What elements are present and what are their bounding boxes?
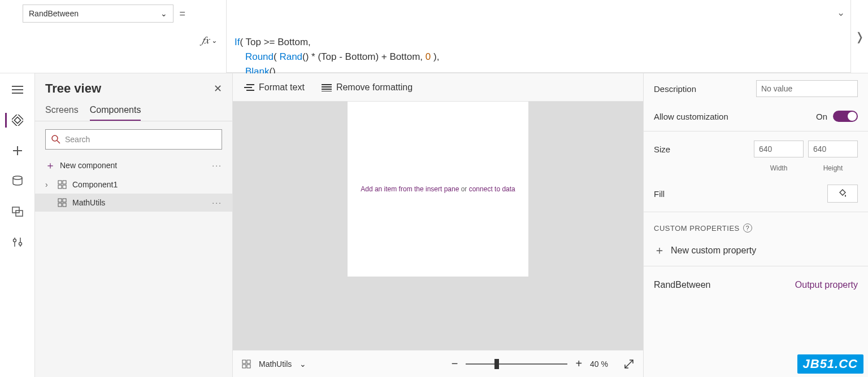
svg-point-14 <box>52 135 58 141</box>
tab-components[interactable]: Components <box>90 100 141 121</box>
component-canvas[interactable]: Add an item from the insert pane or conn… <box>348 102 528 277</box>
component-icon <box>242 360 251 369</box>
svg-rect-34 <box>247 365 250 368</box>
svg-line-35 <box>625 360 633 368</box>
fx-button[interactable]: 𝑓𝑥 ⌄ <box>192 0 226 73</box>
format-text-label: Format text <box>259 82 305 93</box>
info-icon[interactable]: ? <box>743 223 752 233</box>
insert-rail-icon[interactable] <box>6 143 29 158</box>
property-selector[interactable]: RandBetween ⌄ <box>23 5 173 23</box>
svg-rect-33 <box>242 365 246 368</box>
search-icon <box>51 135 60 144</box>
fx-label-text: 𝑓𝑥 <box>202 34 209 46</box>
remove-formatting-icon <box>322 84 332 91</box>
hamburger-icon[interactable] <box>6 82 29 97</box>
plus-icon: ＋ <box>45 159 55 172</box>
component-icon <box>58 198 67 207</box>
chevron-down-icon: ⌄ <box>211 37 217 45</box>
formula-next-arrow[interactable]: ❭ <box>851 0 868 73</box>
new-component-label: New component <box>60 161 117 170</box>
svg-rect-21 <box>63 199 66 202</box>
fill-label: Fill <box>654 189 665 199</box>
tree-view-title: Tree view <box>45 81 101 96</box>
allow-customization-toggle[interactable] <box>833 111 858 122</box>
canvas-area: Format text Remove formatting Add an ite… <box>233 73 643 377</box>
search-input[interactable]: Search <box>45 129 222 150</box>
plus-icon: ＋ <box>654 243 665 258</box>
svg-rect-23 <box>63 203 66 207</box>
svg-rect-16 <box>58 181 62 184</box>
svg-point-11 <box>13 239 16 242</box>
width-label: Width <box>754 164 804 172</box>
tree-view-rail-icon[interactable] <box>5 113 28 128</box>
property-selector-value: RandBetween <box>29 9 79 18</box>
tree-item-label: Component1 <box>72 180 118 189</box>
canvas-breadcrumb[interactable]: MathUtils <box>259 360 292 369</box>
watermark: JB51.CC <box>797 354 863 374</box>
svg-rect-17 <box>63 181 66 184</box>
media-rail-icon[interactable] <box>6 204 29 219</box>
format-text-icon <box>244 84 254 91</box>
zoom-value: 40 % <box>590 360 608 369</box>
zoom-out-button[interactable]: − <box>452 357 458 370</box>
svg-rect-3 <box>12 115 23 126</box>
fill-color-picker[interactable] <box>827 185 858 203</box>
zoom-slider[interactable] <box>466 363 567 365</box>
svg-rect-32 <box>247 360 250 363</box>
new-component-button[interactable]: ＋ New component <box>45 159 117 172</box>
chevron-down-icon: ⌄ <box>160 9 167 18</box>
svg-line-15 <box>57 141 60 143</box>
new-custom-property-button[interactable]: ＋ New custom property <box>644 237 868 264</box>
more-icon[interactable]: ··· <box>212 198 222 207</box>
svg-point-13 <box>19 243 21 246</box>
custom-properties-header: CUSTOM PROPERTIES ? <box>644 214 868 237</box>
chevron-right-icon[interactable]: › <box>45 180 52 189</box>
svg-rect-4 <box>14 117 20 123</box>
svg-rect-31 <box>242 360 246 363</box>
canvas-hint-insert[interactable]: Add an item from the insert pane <box>361 185 459 193</box>
tab-screens[interactable]: Screens <box>45 100 79 121</box>
new-custom-property-label: New custom property <box>671 246 756 256</box>
svg-rect-19 <box>63 185 66 188</box>
formula-editor[interactable]: If( Top >= Bottom, Round( Rand() * (Top … <box>226 0 851 73</box>
tree-view-panel: Tree view ✕ Screens Components Search ＋ … <box>35 73 233 377</box>
canvas-hint-connect[interactable]: connect to data <box>469 185 515 193</box>
svg-point-7 <box>13 176 22 179</box>
svg-rect-22 <box>58 203 62 207</box>
custom-property-row[interactable]: RandBetween Output property <box>644 269 868 301</box>
svg-rect-20 <box>58 199 62 202</box>
chevron-down-icon[interactable]: ⌄ <box>300 360 306 369</box>
data-rail-icon[interactable] <box>6 174 29 188</box>
zoom-in-button[interactable]: + <box>575 357 582 370</box>
component-icon <box>58 180 67 189</box>
formula-expand-toggle[interactable]: ⌄ <box>837 6 845 20</box>
height-label: Height <box>808 164 858 172</box>
search-placeholder: Search <box>65 135 90 144</box>
equals-sign: = <box>179 5 185 20</box>
tree-item-mathutils[interactable]: MathUtils ··· <box>35 194 232 212</box>
size-label: Size <box>654 144 670 154</box>
width-input[interactable] <box>754 141 804 157</box>
format-text-button[interactable]: Format text <box>244 82 305 93</box>
tree-item-component1[interactable]: › Component1 <box>35 176 232 194</box>
svg-rect-18 <box>58 185 62 188</box>
remove-formatting-button[interactable]: Remove formatting <box>322 82 413 93</box>
canvas-hint-or: or <box>459 185 468 193</box>
settings-rail-icon[interactable] <box>6 235 29 249</box>
close-icon[interactable]: ✕ <box>214 82 222 95</box>
remove-formatting-label: Remove formatting <box>336 82 413 93</box>
custom-property-type: Output property <box>795 280 858 290</box>
tree-item-label: MathUtils <box>72 198 105 207</box>
left-rail <box>0 73 35 377</box>
height-input[interactable] <box>808 141 858 157</box>
custom-property-name: RandBetween <box>654 280 711 290</box>
more-icon[interactable]: ··· <box>212 161 222 170</box>
fit-to-screen-icon[interactable] <box>624 359 634 369</box>
